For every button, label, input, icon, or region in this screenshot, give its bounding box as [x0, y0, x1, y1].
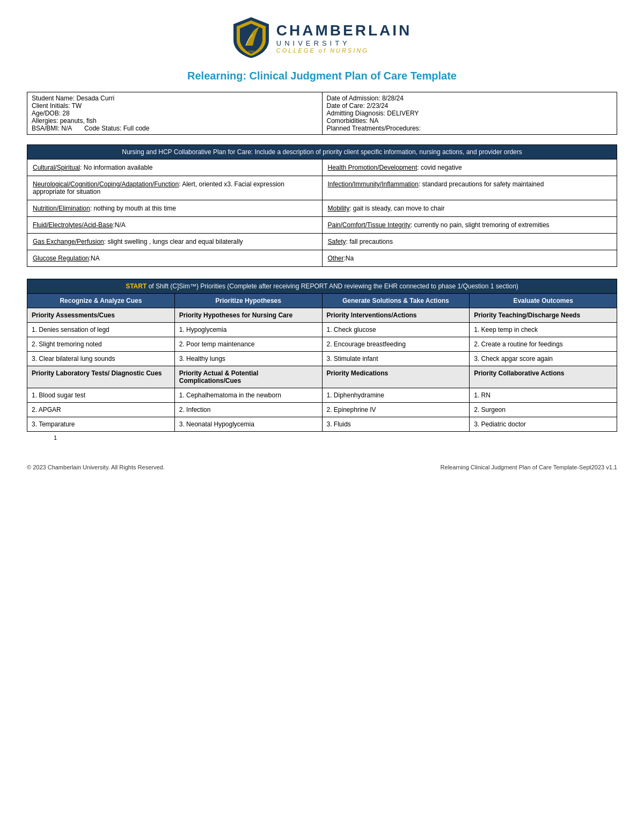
care-label-1: Health Promotion/Development — [328, 164, 418, 171]
care-cell-0: Cultural/Spiritual: No information avail… — [27, 159, 323, 176]
care-value-4: : nothing by mouth at this time — [90, 205, 176, 212]
lab-row-0-col-2: 1. Diphenhydramine — [322, 388, 470, 403]
shield-icon: 1889 — [232, 16, 270, 59]
priority-row-2-col-1: 3. Healthy lungs — [174, 352, 322, 366]
care-value-11: :Na — [344, 255, 354, 262]
client-initials-label: Client Initials: — [32, 102, 71, 110]
priority-row-2-col-0: 3. Clear bilateral lung sounds — [27, 352, 175, 366]
care-label-0: Cultural/Spiritual — [33, 164, 80, 171]
care-value-0: : No information available — [80, 164, 152, 171]
date-care-label: Date of Care: — [327, 102, 367, 110]
care-label-6: Fluid/Electrolytes/Acid-Base — [33, 221, 113, 229]
care-value-3: : standard precautions for safety mainta… — [419, 180, 544, 188]
col-header-3: Evaluate Outcomes — [470, 294, 617, 308]
patient-left-col: Student Name: Desada Curri Client Initia… — [27, 92, 323, 135]
care-label-3: Infection/Immunity/Inflammation — [328, 180, 419, 188]
care-value-9: : fall precautions — [346, 238, 393, 245]
subheader-0: Priority Assessments/Cues — [27, 308, 175, 323]
care-value-10: :NA — [89, 255, 100, 262]
priority-row-1-col-3: 2. Create a routine for feedings — [470, 337, 617, 352]
care-cell-8: Gas Exchange/Perfusion: slight swelling … — [27, 234, 323, 250]
age-value: 28 — [62, 110, 69, 117]
logo-college: COLLEGE of NURSING — [276, 47, 412, 54]
footer-template-name: Relearning Clinical Judgment Plan of Car… — [441, 464, 617, 470]
lab-row-1-col-0: 2. APGAR — [27, 403, 175, 417]
care-label-7: Pain/Comfort/Tissue Integrity — [328, 221, 411, 229]
logo-chamberlain: CHAMBERLAIN — [276, 22, 412, 39]
priority-row-2-col-2: 3. Stimulate infant — [322, 352, 470, 366]
code-status-value: Full code — [123, 125, 150, 132]
start-highlight: START — [126, 282, 147, 290]
care-label-5: Mobility — [328, 205, 350, 212]
patient-info-table: Student Name: Desada Curri Client Initia… — [27, 92, 617, 135]
lab-row-2-col-0: 3. Temparature — [27, 417, 175, 432]
student-name-label: Student Name: — [32, 95, 76, 102]
priority-row-1-col-0: 2. Slight tremoring noted — [27, 337, 175, 352]
care-value-8: : slight swelling , lungs clear and equa… — [104, 238, 243, 245]
page-title: Relearning: Clinical Judgment Plan of Ca… — [27, 70, 617, 82]
start-table: START of Shift (C]Sim™) Priorities (Comp… — [27, 279, 617, 432]
page-number: 1 — [54, 434, 57, 441]
priority-row-0-col-2: 1. Check glucose — [322, 323, 470, 337]
care-label-8: Gas Exchange/Perfusion — [33, 238, 104, 245]
footer-copyright: © 2023 Chamberlain University. All Right… — [27, 464, 165, 470]
priority-row-2-col-3: 3. Check apgar score again — [470, 352, 617, 366]
lab-subheader-0: Priority Laboratory Tests/ Diagnostic Cu… — [27, 366, 175, 388]
col-header-1: Prioritize Hypotheses — [174, 294, 322, 308]
priority-row-1-col-2: 2. Encourage breastfeeding — [322, 337, 470, 352]
logo-university: UNIVERSITY — [276, 39, 412, 47]
student-name-value: Desada Curri — [76, 95, 114, 102]
subheader-2: Priority Interventions/Actions — [322, 308, 470, 323]
allergies-label: Allergies: — [32, 117, 60, 125]
bsa-value: N/A — [61, 125, 71, 132]
start-header-text: of Shift (C]Sim™) Priorities (Complete a… — [149, 282, 518, 290]
priority-row-0-col-1: 1. Hypoglycemia — [174, 323, 322, 337]
priority-row-1-col-1: 2. Poor temp maintenance — [174, 337, 322, 352]
start-header: START of Shift (C]Sim™) Priorities (Comp… — [27, 279, 617, 294]
lab-row-2-col-1: 3. Neonatal Hypoglycemia — [174, 417, 322, 432]
care-label-9: Safety — [328, 238, 346, 245]
comorbidities-label: Comorbidities: — [327, 117, 370, 125]
lab-row-2-col-2: 3. Fluids — [322, 417, 470, 432]
care-value-6: :N/A — [113, 221, 125, 229]
subheader-3: Priority Teaching/Discharge Needs — [470, 308, 617, 323]
care-cell-5: Mobility: gait is steady, can move to ch… — [322, 200, 617, 217]
svg-text:1889: 1889 — [248, 50, 254, 53]
lab-row-1-col-3: 2. Surgeon — [470, 403, 617, 417]
col-header-0: Recognize & Analyze Cues — [27, 294, 175, 308]
care-header: Nursing and HCP Collaborative Plan for C… — [27, 145, 617, 159]
lab-row-0-col-1: 1. Cephalhematoma in the newborn — [174, 388, 322, 403]
date-care-value: 2/23/24 — [367, 102, 388, 110]
logo-text: CHAMBERLAIN UNIVERSITY COLLEGE of NURSIN… — [276, 22, 412, 54]
care-label-11: Other — [328, 255, 344, 262]
code-status-label: Code Status: — [84, 125, 123, 132]
logo-container: 1889 CHAMBERLAIN UNIVERSITY COLLEGE of N… — [232, 16, 412, 59]
patient-right-col: Date of Admission: 8/28/24 Date of Care:… — [322, 92, 617, 135]
allergies-value: peanuts, fish — [60, 117, 97, 125]
priority-row-0-col-0: 1. Denies sensation of legd — [27, 323, 175, 337]
care-table: Nursing and HCP Collaborative Plan for C… — [27, 144, 617, 267]
care-cell-10: Glucose Regulation:NA — [27, 250, 323, 267]
client-initials-value: TW — [71, 102, 82, 110]
date-admission-value: 8/28/24 — [382, 95, 404, 102]
care-label-4: Nutrition/Elimination — [33, 205, 90, 212]
comorbidities-value: NA — [370, 117, 379, 125]
lab-row-0-col-3: 1. RN — [470, 388, 617, 403]
lab-row-2-col-3: 3. Pediatric doctor — [470, 417, 617, 432]
care-value-1: : covid negative — [417, 164, 462, 171]
lab-row-0-col-0: 1. Blood sugar test — [27, 388, 175, 403]
care-cell-7: Pain/Comfort/Tissue Integrity: currently… — [322, 217, 617, 234]
care-cell-4: Nutrition/Elimination: nothing by mouth … — [27, 200, 323, 217]
care-cell-9: Safety: fall precautions — [322, 234, 617, 250]
lab-row-1-col-2: 2. Epinephrine IV — [322, 403, 470, 417]
lab-subheader-3: Priority Collaborative Actions — [470, 366, 617, 388]
care-cell-1: Health Promotion/Development: covid nega… — [322, 159, 617, 176]
lab-row-1-col-1: 2. Infection — [174, 403, 322, 417]
planned-label: Planned Treatments/Procedures: — [327, 125, 421, 132]
care-cell-3: Infection/Immunity/Inflammation: standar… — [322, 176, 617, 200]
lab-subheader-2: Priority Medications — [322, 366, 470, 388]
care-cell-6: Fluid/Electrolytes/Acid-Base:N/A — [27, 217, 323, 234]
age-label: Age/DOB: — [32, 110, 62, 117]
care-cell-11: Other:Na — [322, 250, 617, 267]
admitting-dx-value: DELIVERY — [387, 110, 419, 117]
